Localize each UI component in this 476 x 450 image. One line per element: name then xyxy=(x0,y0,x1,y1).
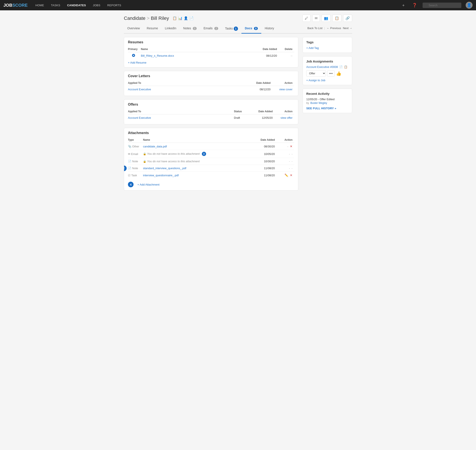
candidate-table-icon[interactable]: 📊 xyxy=(178,16,182,20)
tab-docs[interactable]: Docs 8 xyxy=(241,24,261,34)
email-type-icon: ✉ xyxy=(128,152,130,156)
tab-history[interactable]: History xyxy=(261,24,278,34)
activity-by-name-link[interactable]: Buster Wegley xyxy=(310,101,327,105)
offer-status: Draft xyxy=(234,114,251,121)
tags-card: Tags + Add Tag xyxy=(303,37,352,53)
resume-primary-radio[interactable] xyxy=(128,52,141,59)
attachments-table: Type Name Date Added Action 📎 Other xyxy=(128,137,294,179)
of-col-action: Action xyxy=(275,109,294,114)
job-assignment-link[interactable]: Account Executive #0008 xyxy=(306,65,338,69)
at-col-name: Name xyxy=(143,137,253,143)
nav-jobs[interactable]: JOBS xyxy=(92,3,102,8)
resumes-title: Resumes xyxy=(124,37,298,46)
header-edit-button[interactable]: 🖊 xyxy=(302,15,311,22)
at-type-3: 2 📄 Note xyxy=(128,165,143,172)
nav-reports[interactable]: REPORTS xyxy=(106,3,122,8)
main-content: Resumes Primary Name Date Added Delete xyxy=(124,37,352,194)
thumbs-up-button[interactable]: 👍 xyxy=(336,71,341,76)
attachment-file-link-0[interactable]: candidate_data.pdf xyxy=(143,145,167,148)
at-edit-4[interactable]: ✏️ xyxy=(284,173,288,177)
tab-tasks[interactable]: Tasks 1 xyxy=(222,24,241,34)
cover-letters-title: Cover Letters xyxy=(124,71,298,80)
job-assignments-title: Job Assignments xyxy=(306,59,348,63)
attachments-inner: Type Name Date Added Action 📎 Other xyxy=(124,137,298,190)
at-type-4: ☑ Task xyxy=(128,172,143,179)
breadcrumb-arrow: > xyxy=(147,16,150,21)
attachment-file-link-4[interactable]: interview_questionnaire_.pdf xyxy=(143,174,179,177)
more-actions-button[interactable]: ••• xyxy=(327,71,335,77)
attachment-row: 📄 Note 🔒 You do not have access to this … xyxy=(128,158,294,165)
nav-home[interactable]: HOME xyxy=(34,3,45,8)
nav-candidates[interactable]: CANDIDATES xyxy=(66,3,87,8)
see-full-history-link[interactable]: SEE FULL HISTORY » xyxy=(306,107,336,110)
add-resume-link[interactable]: + Add Resume xyxy=(128,61,146,64)
next-link[interactable]: Next → xyxy=(343,27,352,30)
view-offer-link[interactable]: view offer xyxy=(281,116,292,119)
attachment-file-link-3[interactable]: standard_interview_questions_.pdf xyxy=(143,167,186,170)
at-name-1: 🔒 You do not have access to this attachm… xyxy=(143,150,253,158)
offers-inner: Applied To Status Date Added Action Acco… xyxy=(124,109,298,124)
attachment-row: 📎 Other candidate_data.pdf 08/30/20 - ✕ xyxy=(128,143,294,150)
at-date-1: 10/05/20 xyxy=(253,150,277,158)
cover-letters-inner: Applied To Date Added Action Account Exe… xyxy=(124,80,298,96)
of-col-date: Date Added xyxy=(251,109,275,114)
offer-date: 12/05/20 xyxy=(251,114,275,121)
note-type-icon-2: 📄 xyxy=(128,160,131,163)
tab-resume[interactable]: Resume xyxy=(143,24,161,34)
attachment-row: 2 📄 Note standard_interview_questions_.p… xyxy=(128,165,294,172)
tab-emails[interactable]: Emails 2 xyxy=(200,24,222,34)
recent-activity-title: Recent Activity xyxy=(306,92,348,95)
at-delete-4[interactable]: ✕ xyxy=(290,173,292,177)
tab-overview[interactable]: Overview xyxy=(124,24,143,34)
emails-badge: 2 xyxy=(214,27,218,30)
tab-notes[interactable]: Notes 5 xyxy=(180,24,200,34)
search-wrap xyxy=(423,3,461,8)
add-icon[interactable]: ＋ xyxy=(400,2,407,9)
at-date-3: 11/08/20 xyxy=(253,165,277,172)
offer-job-link[interactable]: Account Executive xyxy=(128,116,151,119)
at-dash-0: - xyxy=(287,145,288,148)
of-col-status: Status xyxy=(234,109,251,114)
cl-job-link[interactable]: Account Executive xyxy=(128,88,151,91)
at-restricted-text-1: You do not have access to this attachmen… xyxy=(147,152,200,155)
header-share-button[interactable]: 👥 xyxy=(322,15,331,22)
nav-tasks[interactable]: TASKS xyxy=(50,3,61,8)
col-date-added: Date Added xyxy=(258,46,281,52)
header-link-button[interactable]: 🔗 xyxy=(343,15,352,22)
docs-badge: 8 xyxy=(254,27,258,30)
candidate-file-icon[interactable]: 📄 xyxy=(189,16,194,20)
previous-link[interactable]: ← Previous xyxy=(326,27,341,30)
offers-table: Applied To Status Date Added Action Acco… xyxy=(128,109,294,121)
activity-by-label: by xyxy=(306,101,309,105)
assign-to-job-link[interactable]: + Assign to Job xyxy=(306,79,325,82)
help-icon[interactable]: ❓ xyxy=(411,2,418,8)
attachments-card: Attachments Type Name Date Added Action xyxy=(124,128,298,190)
paperclip-icon: 📎 xyxy=(128,145,131,148)
view-cover-link[interactable]: view cover xyxy=(279,88,292,91)
header-clipboard-button[interactable]: 📋 xyxy=(332,15,341,22)
search-input[interactable] xyxy=(423,3,461,8)
notes-badge: 5 xyxy=(193,27,197,30)
job-doc-icon: 📄 xyxy=(339,65,343,69)
user-avatar[interactable]: 👤 xyxy=(466,2,473,9)
resume-name: Bill_Riley_s_Resume.docx xyxy=(141,52,258,59)
at-delete-0[interactable]: ✕ xyxy=(290,145,292,148)
status-select[interactable]: Offer Applied Screen Interview Hired Rej… xyxy=(306,70,326,77)
resume-file-link[interactable]: Bill_Riley_s_Resume.docx xyxy=(141,54,174,57)
candidate-user-icon[interactable]: 👤 xyxy=(184,16,188,20)
job-assignments-card: Job Assignments Account Executive #0008 … xyxy=(303,56,352,85)
add-attachment-link[interactable]: + Add Attachment xyxy=(137,183,159,186)
page-header: Candidate > Bill Riley 📋 📊 👤 📄 🖊 ✉ 👥 📋 🔗 xyxy=(124,15,352,22)
back-to-list-link[interactable]: Back To List xyxy=(307,27,322,30)
at-col-type: Type xyxy=(128,137,143,143)
add-tag-link[interactable]: + Add Tag xyxy=(306,46,319,50)
header-email-button[interactable]: ✉ xyxy=(312,15,320,22)
task-type-icon: ☑ xyxy=(128,174,131,177)
col-primary: Primary xyxy=(128,46,141,52)
candidate-edit-icon[interactable]: 📋 xyxy=(173,16,177,20)
offers-title: Offers xyxy=(124,100,298,109)
tab-linkedin[interactable]: LinkedIn xyxy=(162,24,180,34)
at-action-2: - - xyxy=(277,158,294,165)
content-left: Resumes Primary Name Date Added Delete xyxy=(124,37,298,194)
at-col-action: Action xyxy=(277,137,294,143)
